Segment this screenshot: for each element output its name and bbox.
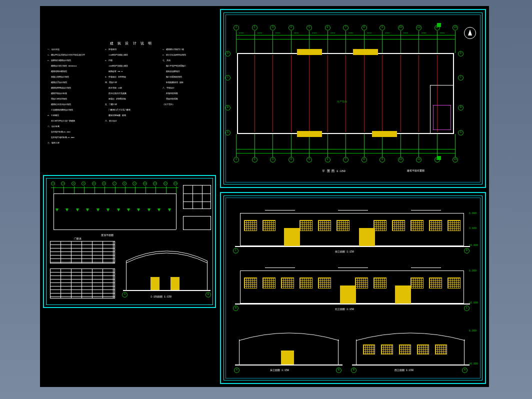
schedule-title: 门窗表	[74, 237, 82, 240]
plan-door-bot-2	[372, 131, 397, 137]
plan-bubble-bot: 9	[380, 157, 385, 162]
plan-bubble-Ar: A	[458, 130, 464, 136]
notes-line: 屋面工程技术规范	[48, 98, 67, 100]
elev1-title: 南立面图 1:150	[335, 250, 354, 254]
floor-plan: 12345678910111213 12345678910111213 6000…	[232, 25, 467, 170]
elev2-title: 北立面图 1:150	[335, 308, 354, 311]
plan-dim: 6000	[312, 32, 317, 34]
notes-line: 标准图集采用 国标	[162, 82, 184, 84]
plan-title: 平 面 图 1:150	[322, 169, 346, 174]
notes-line: 二、设计标高	[48, 126, 60, 128]
section-bubble-a: A	[122, 292, 128, 298]
plan-dim: 6000	[276, 32, 280, 34]
notes-line: 保温层 挤塑聚苯板	[105, 98, 126, 100]
plan-bubble-D: D	[225, 51, 230, 56]
notes-line: 建筑地基基础设计规范	[48, 87, 71, 90]
elev4-win-1	[363, 344, 375, 354]
elev1-bubble-r: B	[464, 248, 470, 254]
notes-line: 3. 外墙面层 涂料饰面	[105, 76, 126, 78]
roof-bubble: 3	[72, 182, 76, 186]
elevation-window	[262, 278, 276, 288]
roof-bubble: 12	[164, 182, 168, 186]
door-window-schedule	[50, 241, 115, 264]
roof-drain-arrow	[106, 208, 110, 212]
elevation-window	[244, 278, 257, 288]
roof-drain-arrow	[117, 208, 120, 212]
roof-drain-arrow	[168, 208, 171, 212]
sheet-roof-section: 12345678910111213 屋顶平面图 门窗表	[43, 175, 216, 308]
elevation-window	[262, 220, 276, 231]
elev2-door-2	[395, 286, 411, 304]
notes-line: 砌筑砂浆 M5.0	[105, 70, 122, 73]
section-1-1: 1-1剖面图 1:150 A B	[123, 241, 210, 301]
section-mark-top	[437, 23, 441, 27]
plan-bubble-top: 1	[234, 25, 239, 30]
plan-bubble-bot: 2	[252, 157, 258, 162]
plan-bubble-top: 3	[270, 25, 276, 30]
notes-line: 门窗洞口尺寸详见门窗表	[105, 109, 130, 112]
elev3-bubble-l: A	[234, 368, 240, 373]
notes-line: 六、防火设计	[105, 120, 117, 122]
roof-plan: 12345678910111213 屋顶平面图	[51, 184, 178, 232]
notes-line: 三、墙体工程	[48, 142, 60, 144]
elev4-bubble-r: A	[462, 368, 468, 373]
notes-line: 工业建筑防腐蚀设计规范	[48, 109, 73, 112]
elevation-south: 南立面图 1:150 1 B 6.900 3.600 ±0.000	[235, 203, 470, 253]
plan-bubble-C: C	[225, 75, 230, 80]
notes-line: 建筑结构荷载规范	[48, 70, 67, 73]
plan-dim: 6000	[385, 32, 390, 34]
roof-bubble: 10	[143, 182, 147, 186]
notes-line: 防水等级 II级	[105, 87, 122, 90]
office-detail	[433, 105, 451, 130]
plan-dim: 6000	[422, 32, 426, 34]
room-label: 生产车间	[337, 100, 347, 104]
elev2-lvl-0: ±0.000	[469, 302, 478, 304]
plan-bubble-Br: B	[458, 105, 464, 110]
elev1-lvl-mid: 3.600	[469, 227, 476, 230]
roof-drain-arrow	[76, 208, 79, 212]
notes-line: 施工中应严格按照施工	[162, 65, 186, 68]
elevation-north: 北立面图 1:150 B 1 6.900 ±0.000	[235, 260, 470, 310]
plan-door-top-1	[297, 49, 322, 55]
notes-line: 2. 内墙	[105, 60, 112, 62]
plan-dim: 6000	[239, 32, 244, 34]
elevation-window	[318, 220, 331, 231]
plan-dim: 6000	[440, 32, 445, 34]
plan-bubble-top: 13	[452, 25, 458, 30]
roof-bubble: 13	[174, 182, 178, 186]
elev4-bubble-l: B	[351, 368, 356, 373]
notes-line: 建筑抗震设计规范	[48, 82, 67, 84]
plan-dim: 6000	[258, 32, 262, 34]
roof-drain-arrow	[158, 208, 160, 212]
elevation-window	[410, 220, 424, 231]
roof-drain-arrow	[56, 208, 58, 212]
roof-bubble: 6	[102, 182, 106, 186]
notes-line: 一、设计依据	[48, 48, 60, 51]
sheet-elevations: 南立面图 1:150 1 B 6.900 3.600 ±0.000 北立面图 1…	[220, 192, 486, 384]
detail-grid	[183, 185, 211, 209]
plan-dim: 6000	[404, 32, 408, 34]
plan-bubble-Dr: D	[458, 51, 464, 56]
notes-line: 八、节能设计	[162, 87, 174, 90]
roof-bubble: 1	[51, 182, 55, 186]
elev2-bubble-r: 1	[464, 306, 470, 311]
elev4-win-3	[399, 344, 411, 354]
plan-bubble-top: 11	[416, 25, 422, 30]
notes-line: 七、其他	[162, 60, 170, 62]
elevation-window	[374, 220, 386, 231]
north-arrow-icon	[464, 27, 476, 39]
roof-title: 屋顶平面图	[101, 234, 114, 237]
roof-bubble: 7	[112, 182, 116, 186]
notes-line: 室外地坪相对标高-0.300	[48, 136, 74, 139]
roof-drain-arrow	[127, 208, 130, 212]
elevation-window	[300, 220, 312, 231]
section-mark-bot	[437, 156, 441, 160]
plan-bubble-bot: 10	[398, 157, 404, 162]
roof-bubble: 9	[132, 182, 136, 186]
elevation-window	[429, 278, 442, 288]
plan-door-bot-1	[297, 131, 322, 137]
plan-bubble-bot: 13	[452, 157, 458, 162]
section-title: 1-1剖面图 1:150	[150, 295, 172, 298]
elevation-window	[244, 220, 257, 231]
elev4-win-2	[381, 344, 393, 354]
